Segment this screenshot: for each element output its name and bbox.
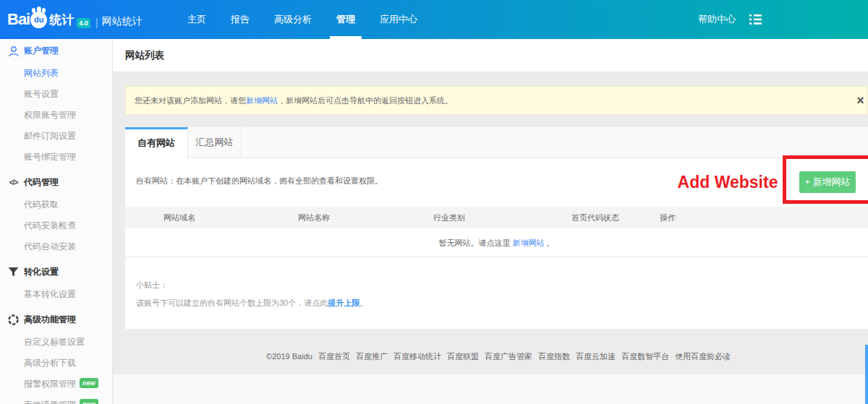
sidebar-item-partial-bottom[interactable]: 无效流量管理new (0, 395, 112, 404)
top-nav: 主页 报告 高级分析 管理 应用中心 (175, 0, 430, 39)
scrollbar-thumb[interactable] (865, 345, 868, 404)
sidebar-item-code-check[interactable]: 代码安装检查 (0, 215, 112, 236)
app-header: Bai du 统计 4.0 | 网站统计 主页 报告 高级分析 管理 应用中心 … (0, 0, 868, 39)
col-code-status: 首页代码状态 (571, 212, 660, 223)
new-badge: new (80, 399, 98, 404)
annotation-add-website: Add Website (676, 173, 779, 192)
sidebar-item-custom-tags[interactable]: 自定义标签设置 (0, 332, 112, 353)
notice-add-site-link[interactable]: 新增网站 (246, 96, 278, 105)
sidebar-item-account-binding[interactable]: 账号绑定管理 (0, 147, 112, 168)
tips-text: 该账号下可以建立的自有网站个数上限为30个，请点此提升上限。 (136, 296, 868, 309)
footer-link-mobile-stats[interactable]: 百度移动统计 (393, 352, 441, 361)
footer-link-cloud-speed[interactable]: 百度云加速 (576, 352, 616, 361)
sidebar-section-conversion[interactable]: 转化设置 (0, 260, 112, 284)
sidebar-item-account-settings[interactable]: 账号设置 (0, 84, 112, 105)
baidu-tongji-logo[interactable]: Bai du 统计 4.0 | 网站统计 (7, 10, 142, 29)
main-content: 网站列表 您还未对该账户添加网站，请您新增网站，新增网站后可点击导航中的返回按钮… (113, 39, 868, 404)
tips-block: 小贴士： 该账号下可以建立的自有网站个数上限为30个，请点此提升上限。 (125, 278, 868, 309)
col-site-name: 网站名称 (298, 212, 433, 223)
table-header: 网站域名 网站名称 行业类别 首页代码状态 操作 (125, 207, 868, 228)
logo-text-tongji: 统计 (49, 12, 74, 28)
list-menu-icon[interactable] (749, 14, 762, 25)
sidebar-item-basic-conversion[interactable]: 基本转化设置 (0, 284, 112, 305)
sidebar-item-permission-accounts[interactable]: 权限账号管理 (0, 105, 112, 126)
col-domain: 网站域名 (163, 212, 298, 223)
footer-link-ad-manager[interactable]: 百度广告管家 (485, 352, 532, 361)
annotation-red-box (783, 155, 868, 204)
product-name: 网站统计 (102, 15, 142, 28)
tab-own-sites[interactable]: 自有网站 (125, 127, 188, 158)
site-list-card: 自有网站 汇总网站 自有网站：在本账户下创建的网站域名，拥有全部的查看和设置权限… (125, 127, 868, 329)
col-industry: 行业类别 (433, 212, 571, 223)
nav-manage[interactable]: 管理 (324, 0, 367, 39)
sidebar-item-alert-permission[interactable]: 报警权限管理new (0, 374, 112, 395)
user-icon (7, 45, 20, 57)
nav-advanced-analysis[interactable]: 高级分析 (262, 0, 324, 39)
empty-add-site-link[interactable]: 新增网站 (513, 238, 545, 247)
page: Bai du 统计 4.0 | 网站统计 主页 报告 高级分析 管理 应用中心 … (0, 0, 868, 404)
footer-link-union[interactable]: 百度联盟 (447, 352, 479, 361)
funnel-icon (7, 266, 20, 278)
page-title: 网站列表 (113, 39, 868, 72)
footer-link-baidu-home[interactable]: 百度首页 (318, 352, 350, 361)
footer-copyright: ©2019 Baidu (266, 352, 312, 361)
sidebar-item-code-auto-install[interactable]: 代码自动安装 (0, 236, 112, 257)
sidebar-item-email-subscription[interactable]: 邮件订阅设置 (0, 126, 112, 147)
table-empty-row: 暂无网站。请点这里 新增网站 。 (125, 228, 868, 257)
header-right: 帮助中心 (698, 0, 762, 39)
sidebar-item-advanced-download[interactable]: 高级分析下载 (0, 353, 112, 374)
footer: ©2019 Baidu百度首页百度推广百度移动统计百度联盟百度广告管家百度指数百… (113, 329, 868, 374)
footer-link-must-read[interactable]: 使用百度前必读 (675, 352, 731, 361)
footer-link-data-platform[interactable]: 百度数智平台 (621, 352, 669, 361)
notice-bar: 您还未对该账户添加网站，请您新增网站，新增网站后可点击导航中的返回按钮进入系统。… (125, 86, 868, 115)
logo-separator: | (95, 16, 98, 28)
footer-link-baidu-promo[interactable]: 百度推广 (356, 352, 388, 361)
nav-home[interactable]: 主页 (175, 0, 218, 39)
tab-summary-sites[interactable]: 汇总网站 (188, 127, 242, 158)
version-badge: 4.0 (77, 18, 90, 28)
baidu-paw-icon: du (30, 12, 47, 28)
help-center-link[interactable]: 帮助中心 (698, 13, 736, 26)
notice-close-icon[interactable]: × (854, 87, 867, 116)
bottom-strip (113, 374, 868, 404)
sidebar-item-site-list[interactable]: 网站列表 (0, 63, 112, 84)
footer-link-index[interactable]: 百度指数 (538, 352, 570, 361)
tips-title: 小贴士： (136, 278, 868, 291)
logo-text-bai: Bai (7, 10, 30, 29)
new-badge: new (80, 378, 98, 388)
nav-report[interactable]: 报告 (218, 0, 262, 39)
col-actions: 操作 (660, 212, 703, 223)
sidebar: 账户管理 网站列表 账号设置 权限账号管理 邮件订阅设置 账号绑定管理 </> … (0, 39, 113, 404)
sidebar-item-code-get[interactable]: 代码获取 (0, 194, 112, 215)
tabstrip: 自有网站 汇总网站 (125, 127, 868, 158)
gear-icon (7, 314, 20, 326)
code-icon: </> (7, 176, 20, 189)
raise-limit-link[interactable]: 提升上限 (328, 298, 359, 307)
sidebar-section-advanced[interactable]: 高级功能管理 (0, 308, 112, 332)
nav-app-center[interactable]: 应用中心 (367, 0, 430, 39)
sidebar-section-code[interactable]: </> 代码管理 (0, 171, 112, 194)
sidebar-section-account[interactable]: 账户管理 (0, 39, 112, 63)
